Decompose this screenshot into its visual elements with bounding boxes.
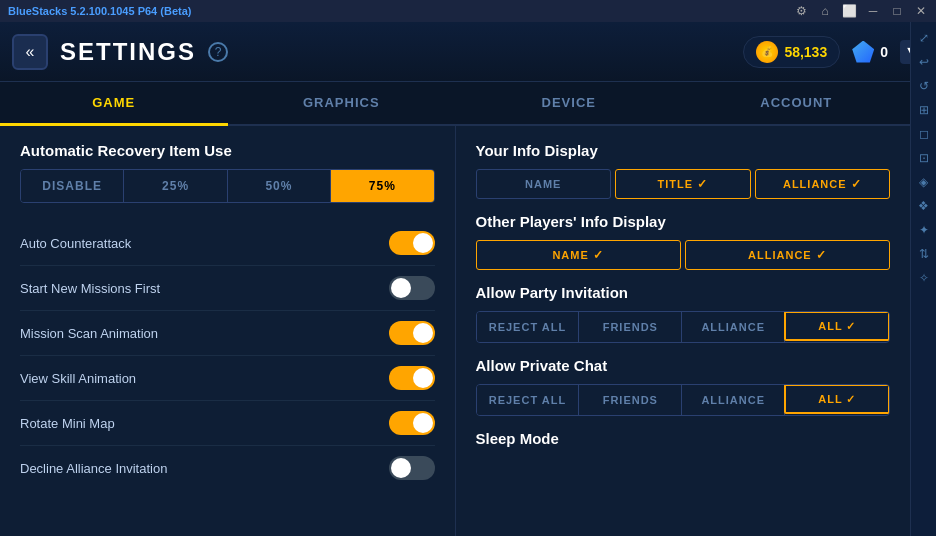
back-button[interactable]: « — [12, 34, 48, 70]
main-content: GAME GRAPHICS DEVICE ACCOUNT Automatic R… — [0, 82, 910, 536]
chat-reject-btn[interactable]: REJECT ALL — [477, 385, 580, 415]
toggle-row-auto-counterattack: Auto Counterattack — [20, 221, 435, 266]
your-info-title-btn[interactable]: TITLE ✓ — [615, 169, 751, 199]
tab-game[interactable]: GAME — [0, 82, 228, 126]
other-players-section: Other Players' Info Display NAME ✓ ALLIA… — [476, 213, 891, 270]
sidebar-expand-icon[interactable]: ⤢ — [914, 28, 934, 48]
toggle-knob — [391, 458, 411, 478]
coin-icon: 💰 — [756, 41, 778, 63]
tab-device[interactable]: DEVICE — [455, 82, 683, 126]
sidebar-icon-4[interactable]: ◻ — [914, 124, 934, 144]
party-reject-btn[interactable]: REJECT ALL — [477, 312, 580, 342]
page-title: SETTINGS — [60, 38, 196, 66]
top-bar: « SETTINGS ? 💰 58,133 0 ▼ — [0, 22, 936, 82]
chat-friends-btn[interactable]: FRIENDS — [579, 385, 682, 415]
toggle-row-decline-alliance: Decline Alliance Invitation — [20, 446, 435, 490]
recovery-btn-50[interactable]: 50% — [228, 170, 331, 202]
close-button[interactable]: ✕ — [914, 4, 928, 18]
your-info-heading: Your Info Display — [476, 142, 891, 159]
toggle-label-auto-counterattack: Auto Counterattack — [20, 236, 131, 251]
other-players-buttons: NAME ✓ ALLIANCE ✓ — [476, 240, 891, 270]
allow-party-heading: Allow Party Invitation — [476, 284, 891, 301]
check-icon: ✓ — [846, 320, 856, 333]
chat-all-btn[interactable]: ALL ✓ — [784, 384, 890, 414]
your-info-name-btn[interactable]: NAME — [476, 169, 612, 199]
home-icon[interactable]: ⌂ — [818, 4, 832, 18]
allow-party-buttons: REJECT ALL FRIENDS ALLIANCE ALL ✓ — [476, 311, 891, 343]
allow-party-section: Allow Party Invitation REJECT ALL FRIEND… — [476, 284, 891, 343]
sidebar-icon-1[interactable]: ↩ — [914, 52, 934, 72]
toggle-rotate-map[interactable] — [389, 411, 435, 435]
recovery-btn-75[interactable]: 75% — [331, 170, 433, 202]
chat-alliance-btn[interactable]: ALLIANCE — [682, 385, 785, 415]
toggle-knob — [413, 413, 433, 433]
currency-amount: 58,133 — [784, 44, 827, 60]
sidebar-icon-10[interactable]: ✧ — [914, 268, 934, 288]
toggle-knob — [413, 368, 433, 388]
toggle-label-start-missions: Start New Missions First — [20, 281, 160, 296]
toggle-label-rotate-map: Rotate Mini Map — [20, 416, 115, 431]
title-bar-right: ⚙ ⌂ ⬜ ─ □ ✕ — [794, 4, 928, 18]
content-area: Automatic Recovery Item Use DISABLE 25% … — [0, 126, 910, 536]
check-icon: ✓ — [846, 393, 856, 406]
currency-box: 💰 58,133 — [743, 36, 840, 68]
party-alliance-btn[interactable]: ALLIANCE — [682, 312, 785, 342]
check-icon: ✓ — [593, 248, 604, 262]
toggle-row-view-skill: View Skill Animation — [20, 356, 435, 401]
screenshot-icon[interactable]: ⬜ — [842, 4, 856, 18]
party-all-btn[interactable]: ALL ✓ — [784, 311, 890, 341]
toggle-auto-counterattack[interactable] — [389, 231, 435, 255]
right-panel: Your Info Display NAME TITLE ✓ ALLIANCE … — [456, 126, 911, 536]
other-alliance-btn[interactable]: ALLIANCE ✓ — [685, 240, 890, 270]
minimize-icon[interactable]: ⚙ — [794, 4, 808, 18]
tab-graphics[interactable]: GRAPHICS — [228, 82, 456, 126]
tab-account[interactable]: ACCOUNT — [683, 82, 911, 126]
recovery-btn-25[interactable]: 25% — [124, 170, 227, 202]
check-icon: ✓ — [851, 177, 862, 191]
allow-chat-buttons: REJECT ALL FRIENDS ALLIANCE ALL ✓ — [476, 384, 891, 416]
sleep-mode-heading: Sleep Mode — [476, 430, 891, 447]
your-info-section: Your Info Display NAME TITLE ✓ ALLIANCE … — [476, 142, 891, 199]
toggle-row-rotate-map: Rotate Mini Map — [20, 401, 435, 446]
minimize-button[interactable]: ─ — [866, 4, 880, 18]
sidebar-icon-9[interactable]: ⇅ — [914, 244, 934, 264]
right-sidebar: ⤢ ↩ ↺ ⊞ ◻ ⊡ ◈ ❖ ✦ ⇅ ✧ — [910, 22, 936, 536]
allow-chat-heading: Allow Private Chat — [476, 357, 891, 374]
toggle-knob — [391, 278, 411, 298]
gem-box: 0 — [852, 41, 888, 63]
help-icon[interactable]: ? — [208, 42, 228, 62]
sidebar-icon-5[interactable]: ⊡ — [914, 148, 934, 168]
sidebar-icon-2[interactable]: ↺ — [914, 76, 934, 96]
check-icon: ✓ — [697, 177, 708, 191]
recovery-buttons: DISABLE 25% 50% 75% — [20, 169, 435, 203]
toggle-label-decline-alliance: Decline Alliance Invitation — [20, 461, 167, 476]
recovery-heading: Automatic Recovery Item Use — [20, 142, 435, 159]
app-logo: BlueStacks 5.2.100.1045 P64 (Beta) — [8, 5, 191, 17]
party-friends-btn[interactable]: FRIENDS — [579, 312, 682, 342]
other-name-btn[interactable]: NAME ✓ — [476, 240, 681, 270]
title-bar-left: BlueStacks 5.2.100.1045 P64 (Beta) — [8, 5, 191, 17]
toggle-view-skill[interactable] — [389, 366, 435, 390]
toggle-start-missions[interactable] — [389, 276, 435, 300]
sidebar-icon-7[interactable]: ❖ — [914, 196, 934, 216]
toggle-knob — [413, 233, 433, 253]
your-info-alliance-btn[interactable]: ALLIANCE ✓ — [755, 169, 891, 199]
toggle-row-start-missions: Start New Missions First — [20, 266, 435, 311]
top-bar-left: « SETTINGS ? — [12, 34, 228, 70]
check-icon: ✓ — [816, 248, 827, 262]
toggle-mission-scan[interactable] — [389, 321, 435, 345]
recovery-btn-disable[interactable]: DISABLE — [21, 170, 124, 202]
toggle-label-view-skill: View Skill Animation — [20, 371, 136, 386]
gem-amount: 0 — [880, 44, 888, 60]
toggle-row-mission-scan: Mission Scan Animation — [20, 311, 435, 356]
toggle-decline-alliance[interactable] — [389, 456, 435, 480]
toggle-knob — [413, 323, 433, 343]
toggle-label-mission-scan: Mission Scan Animation — [20, 326, 158, 341]
left-panel: Automatic Recovery Item Use DISABLE 25% … — [0, 126, 456, 536]
top-bar-right: 💰 58,133 0 ▼ — [743, 36, 924, 68]
sidebar-icon-8[interactable]: ✦ — [914, 220, 934, 240]
sidebar-icon-3[interactable]: ⊞ — [914, 100, 934, 120]
maximize-button[interactable]: □ — [890, 4, 904, 18]
other-players-heading: Other Players' Info Display — [476, 213, 891, 230]
sidebar-icon-6[interactable]: ◈ — [914, 172, 934, 192]
